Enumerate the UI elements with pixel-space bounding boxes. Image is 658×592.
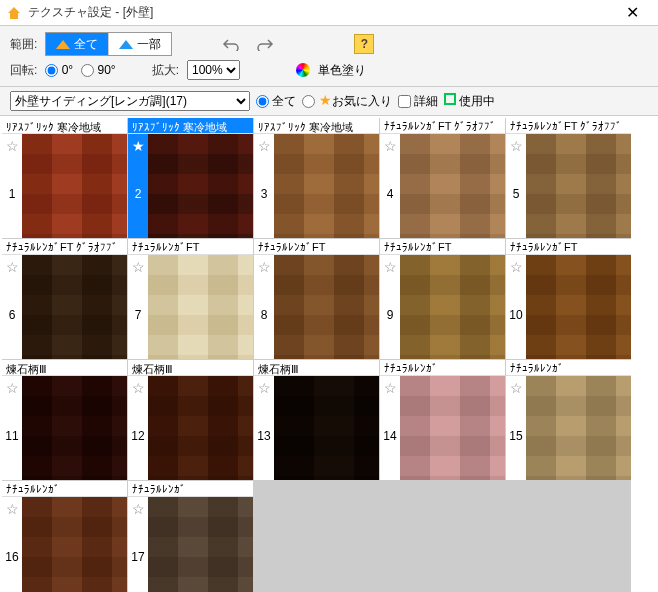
star-icon: ★ xyxy=(319,92,332,108)
favorite-icon[interactable]: ☆ xyxy=(6,501,19,517)
texture-cell[interactable]: ﾘｱｽﾌﾞﾘｯｸ 寒冷地域★2 xyxy=(128,118,253,238)
texture-cell[interactable]: 煉石柄Ⅲ☆12 xyxy=(128,360,253,480)
texture-cell[interactable]: ﾅﾁｭﾗﾙﾚﾝｶﾞFT ｸﾞﾗｵﾌﾌﾞ☆4 xyxy=(380,118,505,238)
house-partial-icon xyxy=(119,40,133,49)
texture-cell[interactable]: 煉石柄Ⅲ☆11 xyxy=(2,360,127,480)
texture-cell[interactable]: ﾅﾁｭﾗﾙﾚﾝｶﾞ☆15 xyxy=(506,360,631,480)
texture-cell[interactable]: ﾘｱｽﾌﾞﾘｯｸ 寒冷地域☆1 xyxy=(2,118,127,238)
rotate-90-radio[interactable]: 90° xyxy=(81,63,116,77)
rotate-0-radio[interactable]: 0° xyxy=(45,63,73,77)
texture-swatch xyxy=(148,134,253,238)
texture-side: ☆5 xyxy=(506,134,526,238)
texture-swatch xyxy=(148,497,253,592)
texture-cell[interactable]: ﾅﾁｭﾗﾙﾚﾝｶﾞFT☆7 xyxy=(128,239,253,359)
texture-side: ☆10 xyxy=(506,255,526,359)
texture-cell[interactable]: ﾅﾁｭﾗﾙﾚﾝｶﾞ☆16 xyxy=(2,481,127,592)
texture-name: ﾘｱｽﾌﾞﾘｯｸ 寒冷地域 xyxy=(128,118,253,134)
filter-favorite-radio[interactable]: ★お気に入り xyxy=(302,92,391,110)
texture-swatch xyxy=(22,376,127,480)
favorite-icon[interactable]: ☆ xyxy=(384,259,397,275)
texture-cell[interactable]: ﾅﾁｭﾗﾙﾚﾝｶﾞFT ｸﾞﾗｵﾌﾌﾞ☆5 xyxy=(506,118,631,238)
texture-number: 4 xyxy=(387,187,394,201)
texture-number: 13 xyxy=(257,429,270,443)
texture-cell[interactable]: ﾅﾁｭﾗﾙﾚﾝｶﾞFT☆8 xyxy=(254,239,379,359)
texture-cell[interactable]: 煉石柄Ⅲ☆13 xyxy=(254,360,379,480)
texture-name: ﾅﾁｭﾗﾙﾚﾝｶﾞ xyxy=(506,360,631,376)
favorite-icon[interactable]: ☆ xyxy=(132,259,145,275)
texture-swatch xyxy=(148,376,253,480)
texture-number: 7 xyxy=(135,308,142,322)
texture-side: ☆7 xyxy=(128,255,148,359)
range-part-button[interactable]: 一部 xyxy=(109,33,171,55)
toolbar: 範囲: 全て 一部 ? 回転: 0° 90° 拡大: 100% 単色塗り xyxy=(0,26,658,87)
texture-cell[interactable]: ﾅﾁｭﾗﾙﾚﾝｶﾞFT☆9 xyxy=(380,239,505,359)
texture-cell[interactable]: ﾅﾁｭﾗﾙﾚﾝｶﾞ☆14 xyxy=(380,360,505,480)
texture-cell[interactable]: ﾘｱｽﾌﾞﾘｯｸ 寒冷地域☆3 xyxy=(254,118,379,238)
solid-fill-button[interactable]: 単色塗り xyxy=(318,62,366,79)
range-all-button[interactable]: 全て xyxy=(46,33,109,55)
texture-number: 10 xyxy=(509,308,522,322)
filter-all-radio[interactable]: 全て xyxy=(256,93,296,110)
texture-name: ﾅﾁｭﾗﾙﾚﾝｶﾞFT ｸﾞﾗｵﾌﾌﾞ xyxy=(380,118,505,134)
favorite-icon[interactable]: ☆ xyxy=(510,138,523,154)
category-select[interactable]: 外壁サイディング[レンガ調](17) xyxy=(10,91,250,111)
texture-side: ★2 xyxy=(128,134,148,238)
favorite-icon[interactable]: ☆ xyxy=(258,259,271,275)
range-part-label: 一部 xyxy=(137,36,161,53)
filter-inuse-check[interactable]: 使用中 xyxy=(444,93,495,110)
favorite-icon[interactable]: ☆ xyxy=(384,138,397,154)
favorite-icon[interactable]: ☆ xyxy=(384,380,397,396)
filter-detail-check[interactable]: 詳細 xyxy=(398,93,438,110)
favorite-icon[interactable]: ☆ xyxy=(132,380,145,396)
texture-side: ☆1 xyxy=(2,134,22,238)
texture-side: ☆6 xyxy=(2,255,22,359)
texture-side: ☆13 xyxy=(254,376,274,480)
texture-swatch xyxy=(400,255,505,359)
favorite-icon[interactable]: ★ xyxy=(132,138,145,154)
favorite-icon[interactable]: ☆ xyxy=(6,138,19,154)
favorite-icon[interactable]: ☆ xyxy=(258,138,271,154)
zoom-select[interactable]: 100% xyxy=(187,60,240,80)
texture-name: ﾅﾁｭﾗﾙﾚﾝｶﾞFT xyxy=(254,239,379,255)
texture-number: 11 xyxy=(5,429,18,443)
texture-side: ☆11 xyxy=(2,376,22,480)
favorite-icon[interactable]: ☆ xyxy=(510,380,523,396)
favorite-icon[interactable]: ☆ xyxy=(6,380,19,396)
texture-cell[interactable]: ﾅﾁｭﾗﾙﾚﾝｶﾞ☆17 xyxy=(128,481,253,592)
undo-button[interactable] xyxy=(218,32,244,56)
texture-swatch xyxy=(274,376,379,480)
texture-number: 12 xyxy=(131,429,144,443)
favorite-icon[interactable]: ☆ xyxy=(510,259,523,275)
texture-side: ☆12 xyxy=(128,376,148,480)
texture-name: ﾅﾁｭﾗﾙﾚﾝｶﾞ xyxy=(2,481,127,497)
favorite-icon[interactable]: ☆ xyxy=(258,380,271,396)
close-button[interactable]: ✕ xyxy=(612,0,652,25)
redo-button[interactable] xyxy=(252,32,278,56)
texture-swatch xyxy=(274,134,379,238)
texture-side: ☆9 xyxy=(380,255,400,359)
texture-swatch xyxy=(22,255,127,359)
favorite-icon[interactable]: ☆ xyxy=(6,259,19,275)
texture-number: 17 xyxy=(131,550,144,564)
texture-swatch xyxy=(526,134,631,238)
texture-side: ☆3 xyxy=(254,134,274,238)
texture-side: ☆15 xyxy=(506,376,526,480)
texture-number: 14 xyxy=(383,429,396,443)
titlebar: テクスチャ設定 - [外壁] ✕ xyxy=(0,0,658,26)
texture-name: ﾅﾁｭﾗﾙﾚﾝｶﾞ xyxy=(380,360,505,376)
help-button[interactable]: ? xyxy=(354,34,374,54)
texture-cell[interactable]: ﾅﾁｭﾗﾙﾚﾝｶﾞFT☆10 xyxy=(506,239,631,359)
texture-side: ☆8 xyxy=(254,255,274,359)
texture-name: ﾅﾁｭﾗﾙﾚﾝｶﾞFT xyxy=(380,239,505,255)
filter-bar: 外壁サイディング[レンガ調](17) 全て ★お気に入り 詳細 使用中 xyxy=(0,87,658,116)
texture-cell[interactable]: ﾅﾁｭﾗﾙﾚﾝｶﾞFT ｸﾞﾗｵﾌﾌﾞ☆6 xyxy=(2,239,127,359)
texture-name: ﾅﾁｭﾗﾙﾚﾝｶﾞ xyxy=(128,481,253,497)
favorite-icon[interactable]: ☆ xyxy=(132,501,145,517)
zoom-label: 拡大: xyxy=(152,62,179,79)
texture-swatch xyxy=(400,376,505,480)
texture-name: ﾘｱｽﾌﾞﾘｯｸ 寒冷地域 xyxy=(2,118,127,134)
texture-grid-area[interactable]: ﾘｱｽﾌﾞﾘｯｸ 寒冷地域☆1ﾘｱｽﾌﾞﾘｯｸ 寒冷地域★2ﾘｱｽﾌﾞﾘｯｸ 寒… xyxy=(0,116,658,592)
texture-name: ﾅﾁｭﾗﾙﾚﾝｶﾞFT xyxy=(128,239,253,255)
texture-name: ﾘｱｽﾌﾞﾘｯｸ 寒冷地域 xyxy=(254,118,379,134)
texture-name: 煉石柄Ⅲ xyxy=(254,360,379,376)
